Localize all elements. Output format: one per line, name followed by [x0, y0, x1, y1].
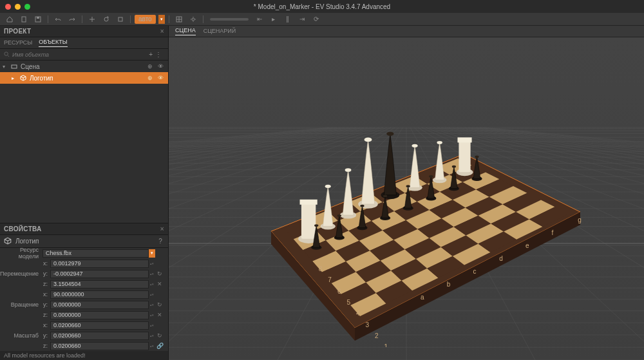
- rotate-icon[interactable]: [100, 15, 112, 24]
- reset-rotate-icon[interactable]: ↻: [155, 301, 164, 308]
- svg-text:5: 5: [346, 299, 350, 306]
- tab-scenario[interactable]: СЦЕНАРИЙ: [204, 28, 236, 35]
- svg-point-189: [383, 194, 387, 197]
- svg-text:b: b: [447, 281, 451, 288]
- gear-icon[interactable]: [187, 15, 199, 24]
- skip-end-icon[interactable]: ⇥: [296, 15, 308, 24]
- add-object-icon[interactable]: +: [149, 51, 153, 58]
- svg-text:2: 2: [375, 332, 379, 339]
- tree-node-scene[interactable]: ▾ Сцена ⊕ 👁: [0, 61, 168, 72]
- model-resource-field[interactable]: Chess.fbx: [43, 249, 149, 258]
- grid-icon[interactable]: [173, 15, 185, 24]
- scale-z-input[interactable]: 0.0200660: [50, 342, 149, 350]
- rotate-y-input[interactable]: 0.0000000: [50, 301, 149, 309]
- svg-point-193: [429, 175, 433, 178]
- auto-mode-dropdown-icon[interactable]: ▾: [158, 15, 165, 24]
- scale-icon[interactable]: [115, 15, 126, 24]
- tab-scene[interactable]: СЦЕНА: [175, 27, 196, 35]
- titlebar: * Model_on_Marker - EV Studio 3.4.7 Adva…: [0, 0, 644, 13]
- svg-text:a: a: [421, 294, 424, 301]
- translate-z-input[interactable]: 3.1504504: [50, 280, 149, 289]
- translate-y-input[interactable]: -0.0002947: [50, 270, 149, 278]
- model-resource-row: Ресурс модели Chess.fbx ▾: [0, 248, 168, 258]
- svg-text:8: 8: [319, 265, 323, 272]
- new-file-icon[interactable]: [18, 15, 30, 24]
- svg-point-7: [5, 52, 8, 55]
- svg-point-197: [475, 155, 478, 158]
- reset-translate-icon[interactable]: ↻: [155, 270, 164, 277]
- scale-y-input[interactable]: 0.0200660: [50, 332, 149, 340]
- status-bar: All model resources are loaded!: [0, 351, 168, 360]
- redo-icon[interactable]: [66, 15, 78, 24]
- timeline-slider[interactable]: [210, 18, 249, 21]
- scene-icon: [10, 62, 18, 70]
- object-search-row: + ⋮: [0, 49, 168, 61]
- undo-icon[interactable]: [52, 15, 64, 24]
- svg-point-170: [345, 168, 352, 172]
- target-icon[interactable]: ⊕: [147, 63, 155, 70]
- translate-x-input[interactable]: 0.0012979: [50, 260, 149, 268]
- 3d-viewport[interactable]: abcdefgh 12345678: [169, 37, 644, 360]
- minimize-window-icon[interactable]: [15, 4, 21, 10]
- lock-rotate-icon[interactable]: ✕: [155, 312, 164, 318]
- rotate-z-input[interactable]: 0.0000000: [50, 311, 149, 319]
- svg-point-168: [325, 184, 331, 187]
- play-icon[interactable]: ▸: [268, 15, 279, 24]
- home-icon[interactable]: [4, 15, 15, 24]
- svg-text:e: e: [526, 242, 529, 249]
- move-icon[interactable]: [86, 15, 98, 24]
- cube-icon: [4, 237, 12, 246]
- loop-icon[interactable]: ⟳: [310, 15, 322, 24]
- link-scale-icon[interactable]: 🔗: [155, 343, 164, 349]
- scale-x-input[interactable]: 0.0200660: [50, 321, 149, 330]
- svg-point-183: [314, 224, 318, 227]
- maximize-window-icon[interactable]: [24, 4, 30, 10]
- cube-icon: [19, 74, 27, 82]
- properties-header: СВОЙСТВА ×: [0, 223, 168, 235]
- viewport-tabs: СЦЕНА СЦЕНАРИЙ: [169, 26, 644, 37]
- eye-icon[interactable]: 👁: [158, 63, 166, 70]
- object-menu-icon[interactable]: ⋮: [155, 51, 162, 58]
- target-icon[interactable]: ⊕: [147, 75, 155, 81]
- properties-object-title: Логотип ?: [0, 235, 168, 248]
- close-window-icon[interactable]: [5, 4, 11, 10]
- collapse-props-icon[interactable]: ×: [160, 225, 164, 232]
- object-search-input[interactable]: [12, 52, 149, 58]
- svg-rect-0: [22, 17, 26, 22]
- svg-rect-181: [457, 137, 471, 142]
- lock-translate-icon[interactable]: ✕: [155, 281, 164, 287]
- save-icon[interactable]: [32, 15, 44, 24]
- search-icon: [4, 52, 10, 57]
- svg-text:1: 1: [384, 343, 388, 347]
- properties-panel: СВОЙСТВА × Логотип ? Ресурс модели Chess…: [0, 223, 168, 351]
- eye-icon[interactable]: 👁: [158, 75, 166, 81]
- window-title: * Model_on_Marker - EV Studio 3.4.7 Adva…: [254, 3, 390, 10]
- collapse-panel-icon[interactable]: ×: [160, 28, 164, 35]
- left-panel: ПРОЕКТ × РЕСУРСЫ ОБЪЕКТЫ + ⋮ ▾ Сцена ⊕ 👁…: [0, 26, 169, 360]
- chess-model: abcdefgh 12345678: [213, 77, 600, 348]
- tree-node-logo[interactable]: ▸ Логотип ⊕ 👁: [0, 72, 168, 84]
- tab-objects[interactable]: ОБЪЕКТЫ: [39, 39, 67, 47]
- auto-mode-chip[interactable]: авто: [135, 15, 156, 24]
- scene-tree: ▾ Сцена ⊕ 👁 ▸ Логотип ⊕ 👁: [0, 61, 168, 223]
- svg-rect-4: [118, 17, 122, 21]
- viewport-panel: СЦЕНА СЦЕНАРИЙ: [169, 26, 644, 360]
- tab-resources[interactable]: РЕСУРСЫ: [4, 39, 32, 47]
- rotate-x-input[interactable]: 90.0000000: [50, 290, 149, 299]
- svg-point-191: [406, 185, 410, 187]
- svg-point-187: [360, 204, 364, 207]
- model-dropdown-icon[interactable]: ▾: [149, 249, 155, 258]
- svg-rect-8: [12, 65, 17, 68]
- skip-start-icon[interactable]: ⇤: [254, 15, 265, 24]
- help-icon[interactable]: ?: [156, 238, 164, 245]
- project-tabs: РЕСУРСЫ ОБЪЕКТЫ: [0, 37, 168, 49]
- svg-text:3: 3: [366, 321, 370, 328]
- svg-point-176: [412, 144, 418, 147]
- svg-text:d: d: [499, 255, 503, 262]
- pause-icon[interactable]: ‖: [282, 15, 294, 24]
- chevron-down-icon: ▾: [3, 64, 8, 70]
- svg-rect-166: [300, 199, 317, 204]
- reset-scale-icon[interactable]: ↻: [155, 332, 164, 339]
- svg-text:c: c: [473, 268, 476, 275]
- svg-rect-180: [459, 141, 470, 172]
